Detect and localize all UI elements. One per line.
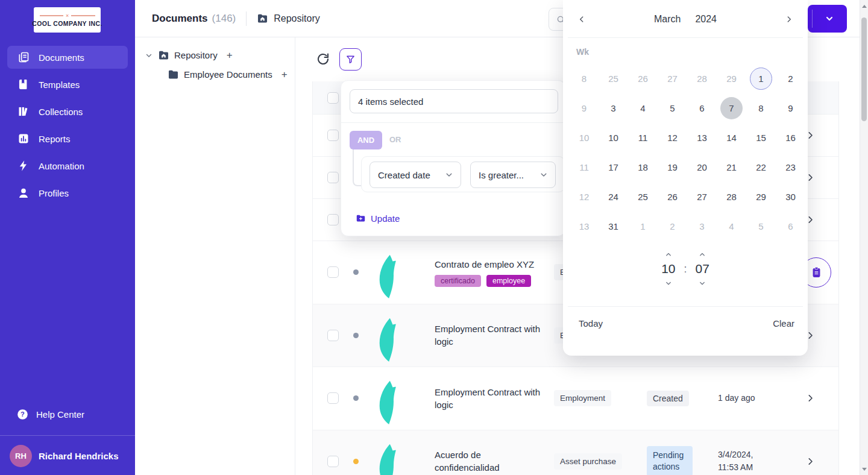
sidebar-item-automation[interactable]: Automation xyxy=(7,154,128,177)
calendar-day-today[interactable]: 7 xyxy=(720,97,743,119)
sidebar-item-profiles[interactable]: Profiles xyxy=(7,181,128,204)
or-toggle[interactable]: OR xyxy=(389,135,401,144)
update-button[interactable]: Update xyxy=(356,213,400,224)
calendar-day[interactable]: 4 xyxy=(720,215,743,238)
calendar-day[interactable]: 5 xyxy=(750,215,772,238)
calendar-day[interactable]: 25 xyxy=(632,186,654,208)
calendar-day[interactable]: 9 xyxy=(779,97,802,119)
year-label[interactable]: 2024 xyxy=(695,14,717,24)
today-button[interactable]: Today xyxy=(579,318,603,329)
row-checkbox[interactable] xyxy=(327,214,339,225)
scroll-down-arrow[interactable] xyxy=(862,468,867,471)
document-title[interactable]: Employment Contract with logic xyxy=(435,386,544,411)
calendar-day[interactable]: 3 xyxy=(602,97,624,119)
calendar-day[interactable]: 14 xyxy=(720,127,743,149)
sidebar-item-reports[interactable]: Reports xyxy=(7,127,128,150)
row-checkbox[interactable] xyxy=(327,392,339,404)
user-menu[interactable]: RH Richard Hendricks xyxy=(10,445,119,467)
table-row[interactable]: Employment Contract with logicEmployment… xyxy=(313,367,838,430)
row-checkbox[interactable] xyxy=(327,266,339,278)
breadcrumb[interactable]: Repository xyxy=(274,13,319,24)
calendar-day[interactable]: 21 xyxy=(720,156,743,178)
calendar-day[interactable]: 30 xyxy=(779,186,802,208)
scrollbar-thumb[interactable] xyxy=(861,17,867,121)
month-label[interactable]: March xyxy=(654,14,681,24)
calendar-day[interactable]: 3 xyxy=(691,215,713,238)
hour-down-button[interactable] xyxy=(664,280,673,287)
row-checkbox[interactable] xyxy=(327,172,339,183)
add-folder-button[interactable]: + xyxy=(227,50,233,60)
calendar-day[interactable]: 26 xyxy=(661,186,684,208)
calendar-day[interactable]: 23 xyxy=(779,156,802,178)
calendar-day[interactable]: 2 xyxy=(661,215,684,238)
table-row[interactable]: Acuerdo de confidencialidadAsset purchas… xyxy=(313,430,838,475)
calendar-day[interactable]: 28 xyxy=(691,68,713,90)
calendar-day[interactable]: 20 xyxy=(691,156,713,178)
vertical-scrollbar[interactable] xyxy=(860,0,868,475)
filter-button[interactable] xyxy=(339,48,362,71)
calendar-title: March2024 xyxy=(563,14,808,25)
calendar-day[interactable]: 24 xyxy=(602,186,624,208)
tree-item-label[interactable]: Repository xyxy=(174,50,218,60)
calendar-day[interactable]: 15 xyxy=(750,127,772,149)
row-open-chevron-icon[interactable] xyxy=(806,394,815,403)
tree-item-repository[interactable]: Repository + xyxy=(135,49,295,61)
minute-up-button[interactable] xyxy=(697,251,707,258)
tree-item-label[interactable]: Employee Documents xyxy=(184,69,272,80)
calendar-day[interactable]: 5 xyxy=(661,97,684,119)
sidebar-item-collections[interactable]: Collections xyxy=(7,100,128,123)
refresh-button[interactable] xyxy=(316,52,330,66)
row-open-chevron-icon[interactable] xyxy=(806,457,815,466)
add-folder-button[interactable]: + xyxy=(281,69,288,80)
select-all-checkbox[interactable] xyxy=(327,92,339,104)
calendar-day[interactable]: 27 xyxy=(691,186,713,208)
calendar-day[interactable]: 31 xyxy=(602,215,624,238)
document-title[interactable]: Employment Contract with logic xyxy=(435,322,544,348)
calendar-day[interactable]: 13 xyxy=(691,127,713,149)
row-checkbox[interactable] xyxy=(327,130,339,141)
calendar-day-selected[interactable]: 1 xyxy=(750,68,772,90)
chevron-down-icon[interactable] xyxy=(145,51,153,60)
calendar-day[interactable]: 26 xyxy=(632,68,654,90)
calendar-day[interactable]: 17 xyxy=(602,156,624,178)
calendar-day[interactable]: 12 xyxy=(661,127,684,149)
row-checkbox[interactable] xyxy=(327,330,339,341)
calendar-day[interactable]: 16 xyxy=(779,127,802,149)
document-title[interactable]: Acuerdo de confidencialidad xyxy=(435,448,544,474)
sidebar-item-templates[interactable]: Templates xyxy=(7,73,128,96)
calendar-day[interactable]: 19 xyxy=(661,156,684,178)
calendar-day[interactable]: 28 xyxy=(720,186,743,208)
calendar-day[interactable]: 29 xyxy=(750,186,772,208)
calendar-day[interactable]: 6 xyxy=(691,97,713,119)
primary-action-dropdown-button[interactable] xyxy=(808,5,847,33)
operator-select[interactable]: Is greater... xyxy=(470,162,556,188)
sidebar-item-documents[interactable]: Documents xyxy=(7,46,128,69)
calendar-day[interactable]: 2 xyxy=(779,68,802,90)
items-selected-input[interactable]: 4 items selected xyxy=(350,89,558,113)
calendar-week-number: 13 xyxy=(579,221,590,231)
hour-up-button[interactable] xyxy=(664,251,673,258)
document-title[interactable]: Contrato de empleo XYZ xyxy=(435,258,544,271)
calendar-day[interactable]: 18 xyxy=(632,156,654,178)
calendar-day[interactable]: 4 xyxy=(632,97,654,119)
calendar-day[interactable]: 10 xyxy=(602,127,624,149)
calendar-day[interactable]: 1 xyxy=(632,215,654,238)
calendar-day[interactable]: 27 xyxy=(661,68,684,90)
calendar-day[interactable]: 6 xyxy=(779,215,802,238)
minute-value[interactable]: 07 xyxy=(696,262,709,276)
and-toggle[interactable]: AND xyxy=(350,131,382,149)
help-center-link[interactable]: ? Help Center xyxy=(17,409,84,420)
calendar-day[interactable]: 11 xyxy=(632,127,654,149)
hour-value[interactable]: 10 xyxy=(661,262,675,276)
minute-down-button[interactable] xyxy=(697,280,707,287)
field-select[interactable]: Created date xyxy=(370,162,461,188)
calendar-day[interactable]: 22 xyxy=(750,156,772,178)
calendar-day[interactable]: 8 xyxy=(750,97,772,119)
calendar-day[interactable]: 25 xyxy=(602,68,624,90)
avatar: RH xyxy=(10,445,32,467)
clear-button[interactable]: Clear xyxy=(773,318,794,329)
tree-item-employee-documents[interactable]: Employee Documents + xyxy=(135,69,295,80)
row-checkbox[interactable] xyxy=(327,456,339,467)
scroll-up-arrow[interactable] xyxy=(862,5,867,8)
calendar-day[interactable]: 29 xyxy=(720,68,743,90)
